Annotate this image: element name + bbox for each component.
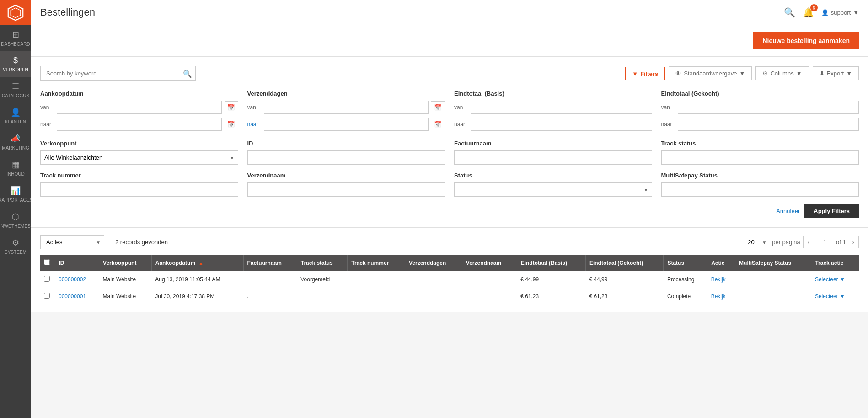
factuurnaam-filter-input[interactable] <box>454 150 652 165</box>
row2-bekijk-link[interactable]: Bekijk <box>711 293 726 300</box>
user-icon: 👤 <box>11 107 21 118</box>
reports-icon: 📊 <box>11 186 21 196</box>
table-header-row: ID Verkooppunt Aankoopdatum ▲ Factuurnaa… <box>40 255 859 271</box>
row1-multisafepay-status <box>735 271 811 288</box>
table-body: 000000002 Main Website Aug 13, 2019 11:0… <box>40 271 859 305</box>
page-input[interactable] <box>816 236 834 248</box>
id-filter-label: ID <box>247 140 445 147</box>
th-eindtotaal-gekocht[interactable]: Eindtotaal (Gekocht) <box>585 255 664 271</box>
row1-checkbox[interactable] <box>44 276 50 282</box>
th-multisafepay-status[interactable]: MultiSafepay Status <box>735 255 811 271</box>
logo[interactable] <box>0 0 31 25</box>
prev-page-button[interactable]: ‹ <box>803 236 814 248</box>
aankoopdatum-naar-calendar-button[interactable]: 📅 <box>225 118 238 130</box>
th-status[interactable]: Status <box>664 255 707 271</box>
notifications-icon[interactable]: 🔔 6 <box>803 7 814 18</box>
status-select[interactable] <box>454 182 652 197</box>
van-label-4: van <box>661 104 675 111</box>
eindtotaal-basis-naar-input[interactable] <box>471 118 652 131</box>
row2-id-link[interactable]: 000000001 <box>59 293 86 300</box>
sidebar-item-catalogus[interactable]: ☰ CATALOGUS <box>0 77 31 103</box>
filters-label: Filters <box>640 70 658 77</box>
sidebar-item-marketing[interactable]: 📣 MARKETING <box>0 129 31 155</box>
sidebar-item-systeem[interactable]: ⚙ SYSTEEM <box>0 233 31 259</box>
aankoopdatum-van-calendar-button[interactable]: 📅 <box>225 101 238 113</box>
th-eindtotaal-basis[interactable]: Eindtotaal (Basis) <box>517 255 585 271</box>
row1-track-status: Voorgemeld <box>297 271 348 288</box>
search-submit-button[interactable]: 🔍 <box>183 69 192 78</box>
orders-table: ID Verkooppunt Aankoopdatum ▲ Factuurnaa… <box>40 255 859 305</box>
filter-row-3: Track nummer Verzendnaam Status <box>40 172 859 197</box>
search-icon-header[interactable]: 🔍 <box>784 7 795 18</box>
track-status-filter-input[interactable] <box>661 150 859 165</box>
verkooppunt-select-wrap: Alle Winkelaanzichten <box>40 150 238 165</box>
sidebar-item-klanten[interactable]: 👤 KLANTEN <box>0 103 31 129</box>
sidebar-item-nwdthemes[interactable]: ⬡ NWDTHEMES <box>0 207 31 233</box>
export-icon: ⬇ <box>820 70 825 77</box>
sidebar-item-dashboard[interactable]: ⊞ DASHBOARD <box>0 25 31 51</box>
verzendnaam-filter-input[interactable] <box>247 182 445 197</box>
eindtotaal-gekocht-naar: naar <box>661 118 859 131</box>
naar-label-4: naar <box>661 121 675 128</box>
verkooppunt-select[interactable]: Alle Winkelaanzichten <box>40 150 238 165</box>
sidebar-item-inhoud[interactable]: ▦ INHOUD <box>0 155 31 181</box>
view-button[interactable]: 👁 Standaardweergave ▼ <box>669 66 752 80</box>
row2-eindtotaal-gekocht: € 61,23 <box>585 288 664 305</box>
row1-selecteer-link[interactable]: Selecteer ▼ <box>815 276 845 283</box>
sidebar-item-label: SYSTEEM <box>5 250 27 255</box>
user-menu[interactable]: 👤 support ▼ <box>821 9 859 16</box>
cancel-filter-button[interactable]: Annuleer <box>776 208 800 214</box>
row1-bekijk-link[interactable]: Bekijk <box>711 276 726 283</box>
next-page-button[interactable]: › <box>848 236 859 248</box>
sidebar-item-rapportages[interactable]: 📊 RAPPORTAGES <box>0 181 31 207</box>
track-nummer-filter-input[interactable] <box>40 182 238 197</box>
search-input[interactable] <box>40 66 196 81</box>
th-track-nummer[interactable]: Track nummer <box>348 255 405 271</box>
filters-button[interactable]: ▼ Filters <box>625 67 665 80</box>
row2-multisafepay-status <box>735 288 811 305</box>
actions-select[interactable]: Acties <box>40 235 104 249</box>
eindtotaal-gekocht-naar-input[interactable] <box>678 118 859 131</box>
th-verzenddagen[interactable]: Verzenddagen <box>405 255 462 271</box>
th-factuurnaam[interactable]: Factuurnaam <box>243 255 297 271</box>
verkooppunt-label: Verkooppunt <box>40 140 238 147</box>
export-button[interactable]: ⬇ Export ▼ <box>813 66 859 80</box>
multisafepay-label: MultiSafepay Status <box>661 172 859 179</box>
aankoopdatum-van-input[interactable] <box>57 101 222 114</box>
export-chevron-icon: ▼ <box>846 70 852 77</box>
th-actie: Actie <box>707 255 735 271</box>
filter-row-2: Verkooppunt Alle Winkelaanzichten ID Fac… <box>40 140 859 165</box>
row1-verkooppunt: Main Website <box>99 271 152 288</box>
export-label: Export <box>827 70 844 77</box>
per-page-select[interactable]: 203050100200 <box>744 236 769 248</box>
content-area: Nieuwe bestelling aanmaken 🔍 ▼ Filters 👁 <box>31 25 868 418</box>
new-order-button[interactable]: Nieuwe bestelling aanmaken <box>753 32 859 49</box>
th-id[interactable]: ID <box>55 255 99 271</box>
filter-group-eindtotaal-gekocht: Eindtotaal (Gekocht) van naar <box>661 90 859 133</box>
sidebar-item-label: RAPPORTAGES <box>0 198 33 203</box>
eindtotaal-gekocht-van-input[interactable] <box>678 101 859 114</box>
gear-icon: ⚙ <box>12 238 19 248</box>
th-track-status[interactable]: Track status <box>297 255 348 271</box>
verzenddagen-van-calendar-button[interactable]: 📅 <box>431 101 445 113</box>
row2-selecteer-link[interactable]: Selecteer ▼ <box>815 293 845 300</box>
filter-group-verzendnaam: Verzendnaam <box>247 172 445 197</box>
th-aankoopdatum[interactable]: Aankoopdatum ▲ <box>151 255 243 271</box>
user-icon-header: 👤 <box>821 9 829 16</box>
apply-filters-button[interactable]: Apply Filters <box>804 204 859 218</box>
multisafepay-filter-input[interactable] <box>661 182 859 197</box>
th-verkooppunt[interactable]: Verkooppunt <box>99 255 152 271</box>
verzenddagen-van-input[interactable] <box>264 101 429 114</box>
sidebar-item-verkopen[interactable]: $ VERKOPEN <box>0 51 31 77</box>
verzenddagen-naar-calendar-button[interactable]: 📅 <box>431 118 445 130</box>
row1-id-link[interactable]: 000000002 <box>59 276 86 283</box>
row2-checkbox[interactable] <box>44 293 50 299</box>
select-all-checkbox[interactable] <box>44 259 50 265</box>
th-verzendnaam[interactable]: Verzendnaam <box>462 255 517 271</box>
aankoopdatum-naar-input[interactable] <box>57 118 222 131</box>
id-filter-input[interactable] <box>247 150 445 165</box>
eindtotaal-gekocht-label: Eindtotaal (Gekocht) <box>661 90 859 97</box>
eindtotaal-basis-van-input[interactable] <box>471 101 652 114</box>
columns-button[interactable]: ⚙ Columns ▼ <box>755 66 809 80</box>
verzenddagen-naar-input[interactable] <box>264 118 429 131</box>
